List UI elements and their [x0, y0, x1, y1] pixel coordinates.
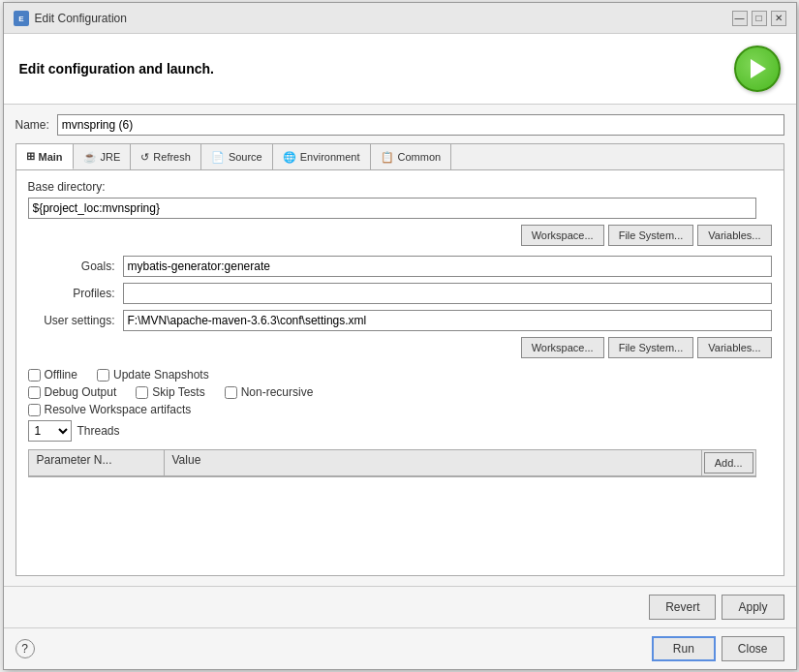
environment-tab-icon: 🌐: [283, 151, 296, 164]
help-button[interactable]: ?: [15, 639, 35, 658]
offline-checkbox[interactable]: [28, 369, 41, 382]
workspace-button-1[interactable]: Workspace...: [521, 225, 604, 246]
content-area: Name: ⊞ Main ☕ JRE ↺ Refresh 📄: [4, 105, 796, 586]
file-system-button-2[interactable]: File System...: [608, 337, 694, 358]
non-recursive-label: Non-recursive: [241, 385, 314, 399]
parameter-table: Parameter N... Value Add...: [28, 449, 756, 477]
workspace-button-2[interactable]: Workspace...: [521, 337, 604, 358]
table-col-param: Parameter N...: [29, 450, 165, 475]
name-label: Name:: [15, 118, 49, 132]
revert-button[interactable]: Revert: [649, 595, 716, 620]
tab-jre-label: JRE: [101, 151, 121, 163]
tab-content-main: Base directory: Workspace... File System…: [16, 170, 784, 575]
goals-row: Goals:: [28, 256, 772, 277]
profiles-input[interactable]: [123, 283, 772, 304]
common-tab-icon: 📋: [381, 151, 394, 164]
resolve-workspace-label: Resolve Workspace artifacts: [45, 403, 192, 416]
tab-main[interactable]: ⊞ Main: [16, 144, 74, 169]
threads-row: 1 2 4 Threads: [28, 420, 772, 442]
goals-input[interactable]: [123, 256, 772, 277]
window-title: Edit Configuration: [35, 12, 127, 25]
refresh-tab-icon: ↺: [140, 151, 149, 164]
skip-tests-checkbox-item: Skip Tests: [136, 385, 204, 399]
threads-label: Threads: [77, 424, 120, 438]
update-snapshots-checkbox[interactable]: [97, 369, 109, 382]
user-settings-row: User settings:: [28, 310, 772, 331]
footer-buttons: Run Close: [652, 636, 784, 661]
offline-checkbox-item: Offline: [28, 368, 77, 382]
tab-jre[interactable]: ☕ JRE: [74, 144, 132, 169]
window-icon: E: [14, 11, 29, 26]
svg-text:E: E: [18, 15, 24, 23]
footer-bar: ? Run Close: [4, 627, 796, 669]
non-recursive-checkbox[interactable]: [225, 386, 237, 399]
profiles-label: Profiles:: [28, 287, 115, 300]
close-window-button[interactable]: ✕: [771, 11, 786, 26]
tab-common[interactable]: 📋 Common: [371, 144, 452, 169]
update-snapshots-label: Update Snapshots: [113, 368, 209, 382]
header-area: Edit configuration and launch.: [4, 34, 796, 105]
checkbox-row-3: Resolve Workspace artifacts: [28, 403, 772, 416]
play-button[interactable]: [734, 46, 781, 92]
jre-tab-icon: ☕: [83, 151, 97, 164]
name-row: Name:: [15, 114, 784, 136]
profiles-row: Profiles:: [28, 283, 772, 304]
edit-configuration-dialog: E Edit Configuration — □ ✕ Edit configur…: [3, 2, 797, 670]
tab-source-label: Source: [229, 151, 262, 163]
title-bar-left: E Edit Configuration: [14, 11, 127, 26]
source-tab-icon: 📄: [211, 151, 225, 164]
debug-output-checkbox[interactable]: [28, 386, 41, 399]
title-bar: E Edit Configuration — □ ✕: [4, 3, 796, 34]
debug-output-label: Debug Output: [45, 385, 117, 399]
non-recursive-checkbox-item: Non-recursive: [225, 385, 314, 399]
run-button[interactable]: Run: [652, 636, 716, 661]
table-header: Parameter N... Value Add...: [29, 450, 755, 476]
tab-source[interactable]: 📄 Source: [201, 144, 273, 169]
checkboxes-area: Offline Update Snapshots Debug Output: [28, 368, 772, 416]
tabs-container: ⊞ Main ☕ JRE ↺ Refresh 📄 Source 🌐 En: [15, 143, 784, 576]
checkbox-row-1: Offline Update Snapshots: [28, 368, 772, 382]
header-title: Edit configuration and launch.: [19, 61, 214, 76]
tab-common-label: Common: [398, 151, 442, 163]
tab-environment[interactable]: 🌐 Environment: [273, 144, 371, 169]
play-icon: [751, 59, 766, 78]
bottom-bar: Revert Apply: [4, 586, 796, 627]
main-tab-icon: ⊞: [26, 150, 35, 163]
tab-bar: ⊞ Main ☕ JRE ↺ Refresh 📄 Source 🌐 En: [16, 144, 784, 170]
name-input[interactable]: [57, 114, 784, 136]
threads-select[interactable]: 1 2 4: [28, 420, 72, 442]
add-parameter-button[interactable]: Add...: [704, 452, 753, 473]
tab-main-label: Main: [39, 151, 63, 163]
update-snapshots-checkbox-item: Update Snapshots: [97, 368, 209, 382]
maximize-button[interactable]: □: [752, 11, 767, 26]
resolve-workspace-checkbox[interactable]: [28, 404, 41, 416]
skip-tests-label: Skip Tests: [152, 385, 204, 399]
offline-label: Offline: [45, 368, 77, 382]
tab-refresh[interactable]: ↺ Refresh: [131, 144, 201, 169]
base-dir-button-row: Workspace... File System... Variables...: [28, 225, 772, 246]
checkbox-row-2: Debug Output Skip Tests Non-recursive: [28, 385, 772, 399]
apply-button[interactable]: Apply: [722, 595, 784, 620]
file-system-button-1[interactable]: File System...: [608, 225, 694, 246]
goals-label: Goals:: [28, 260, 115, 273]
table-col-value: Value: [165, 450, 702, 475]
resolve-workspace-checkbox-item: Resolve Workspace artifacts: [28, 403, 192, 416]
close-button[interactable]: Close: [722, 636, 784, 661]
base-dir-label: Base directory:: [28, 180, 772, 194]
skip-tests-checkbox[interactable]: [136, 386, 148, 399]
user-settings-button-row: Workspace... File System... Variables...: [28, 337, 772, 358]
tab-refresh-label: Refresh: [153, 151, 191, 163]
variables-button-1[interactable]: Variables...: [697, 225, 771, 246]
user-settings-input[interactable]: [123, 310, 772, 331]
window-controls: — □ ✕: [732, 11, 786, 26]
base-dir-input[interactable]: [28, 198, 756, 219]
debug-output-checkbox-item: Debug Output: [28, 385, 117, 399]
user-settings-label: User settings:: [28, 314, 115, 327]
tab-environment-label: Environment: [300, 151, 360, 163]
minimize-button[interactable]: —: [732, 11, 748, 26]
variables-button-2[interactable]: Variables...: [697, 337, 771, 358]
